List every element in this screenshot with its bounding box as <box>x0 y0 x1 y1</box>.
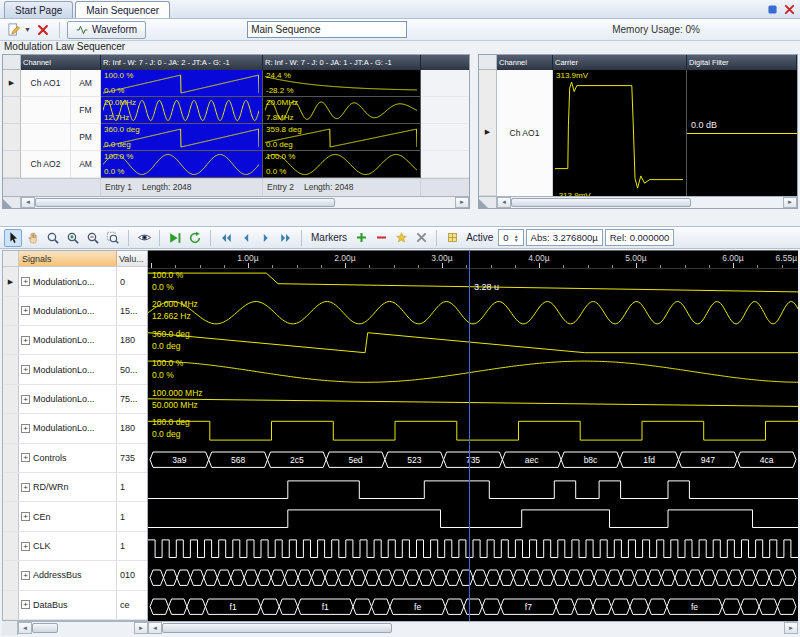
seek-next-icon[interactable] <box>257 229 275 247</box>
signal-name-cell[interactable]: +ModulationLo... <box>19 326 117 354</box>
entry-cell[interactable]: 100.0 %0.0 % <box>101 70 263 97</box>
channel-cell[interactable]: Ch AO2 <box>21 151 71 178</box>
time-ruler[interactable]: 1.00µ2.00µ3.00µ4.00µ5.00µ6.00µ6.55µ <box>148 251 798 269</box>
waveform-display[interactable]: 1.00µ2.00µ3.00µ4.00µ5.00µ6.00µ6.55µ 100.… <box>148 250 798 621</box>
entry-cell[interactable]: 20.0MHz7.8MHz <box>263 97 421 124</box>
scrollbar-track[interactable] <box>335 197 455 208</box>
channel-cell[interactable] <box>21 124 71 151</box>
signal-row[interactable]: ▶+ModulationLo...0 <box>3 267 147 296</box>
scroll-left-icon[interactable]: ◄ <box>21 197 35 208</box>
zoom-fit-icon[interactable] <box>104 229 122 247</box>
signal-name-cell[interactable]: +AddressBus <box>19 561 117 589</box>
modulation-type-cell[interactable]: AM <box>71 70 101 97</box>
scroll-left-icon[interactable]: ◄ <box>18 622 32 634</box>
entry-cell[interactable]: 20.0MHz12.7Hz <box>101 97 263 124</box>
expand-icon[interactable]: + <box>21 542 30 551</box>
entry-cell[interactable]: 360.0 deg0.0 deg <box>101 124 263 151</box>
scrollbar-track[interactable] <box>392 622 784 634</box>
scrollbar-track[interactable] <box>58 622 134 634</box>
expand-icon[interactable]: + <box>21 277 30 286</box>
modulation-type-cell[interactable]: AM <box>71 151 101 178</box>
expand-icon[interactable]: + <box>21 365 30 374</box>
edit-sequence-icon[interactable] <box>5 21 23 39</box>
modulation-type-cell[interactable]: PM <box>71 124 101 151</box>
expand-icon[interactable]: + <box>21 453 30 462</box>
scroll-left-icon[interactable]: ◄ <box>148 622 162 634</box>
signal-name-cell[interactable]: +ModulationLo... <box>19 414 117 442</box>
expand-icon[interactable]: + <box>21 424 30 433</box>
signal-row[interactable]: +CEn1 <box>3 502 147 531</box>
remove-marker-icon[interactable] <box>372 229 390 247</box>
zoom-icon[interactable] <box>44 229 62 247</box>
wave-row[interactable]: 360.0 deg0.0 deg <box>148 328 798 357</box>
signal-name-cell[interactable]: +ModulationLo... <box>19 297 117 325</box>
zoom-out-icon[interactable] <box>84 229 102 247</box>
seek-prev-icon[interactable] <box>237 229 255 247</box>
channel-cell[interactable]: Ch AO1 <box>21 70 71 97</box>
wave-row[interactable]: 100.0 %0.0 % <box>148 357 798 386</box>
absolute-time-field[interactable]: Abs: 3.276800µ <box>526 229 603 246</box>
time-cursor[interactable] <box>469 251 470 621</box>
waveform-button[interactable]: Waveform <box>67 21 146 39</box>
wave-row[interactable] <box>148 563 798 592</box>
entry-cell[interactable]: 100.0 %0.0 % <box>263 151 421 178</box>
wave-row[interactable]: 100.0 %0.0 % <box>148 269 798 298</box>
pointer-tool-icon[interactable] <box>4 229 22 247</box>
wave-row[interactable]: 180.0 deg0.0 deg <box>148 416 798 445</box>
expand-icon[interactable]: + <box>21 600 30 609</box>
signal-name-cell[interactable]: +ModulationLo... <box>19 355 117 383</box>
carrier-column-header[interactable]: Carrier <box>553 55 687 70</box>
entry1-column-header[interactable]: R: Inf - W: 7 - J: 0 - JA: 2 - JT:A - G:… <box>101 55 263 70</box>
channel-cell[interactable] <box>21 97 71 124</box>
scroll-left-icon[interactable]: ◄ <box>497 197 511 208</box>
carrier-channel-cell[interactable]: Ch AO1 <box>497 70 553 196</box>
scrollbar-thumb[interactable] <box>511 198 691 207</box>
resize-corner[interactable] <box>3 197 21 208</box>
refresh-icon[interactable] <box>186 229 204 247</box>
resize-corner[interactable] <box>479 197 497 208</box>
visibility-eye-icon[interactable] <box>135 229 153 247</box>
signal-row[interactable]: +ModulationLo...180 <box>3 414 147 443</box>
scrollbar-thumb[interactable] <box>162 623 392 633</box>
run-to-cursor-icon[interactable] <box>166 229 184 247</box>
expand-icon[interactable]: + <box>21 306 30 315</box>
signal-row[interactable]: +DataBusce <box>3 591 147 620</box>
signal-name-cell[interactable]: +DataBus <box>19 591 117 619</box>
signal-name-cell[interactable]: +RD/WRn <box>19 473 117 501</box>
clear-markers-icon[interactable] <box>412 229 430 247</box>
sequence-name-input[interactable] <box>247 21 407 38</box>
signal-name-cell[interactable]: +CLK <box>19 532 117 560</box>
expand-icon[interactable]: + <box>21 395 30 404</box>
entry2-column-header[interactable]: R: Inf - W: 7 - J: 0 - JA: 1 - JT:A - G:… <box>263 55 421 70</box>
add-marker-icon[interactable] <box>352 229 370 247</box>
entry-cell[interactable]: 359.8 deg0.0 deg <box>263 124 421 151</box>
seek-last-icon[interactable] <box>277 229 295 247</box>
signal-row[interactable]: +RD/WRn1 <box>3 473 147 502</box>
zoom-in-icon[interactable] <box>64 229 82 247</box>
carrier-channel-column-header[interactable]: Channel <box>497 55 553 70</box>
wave-row[interactable]: f1f1fef7fe <box>148 592 798 621</box>
signal-row[interactable]: +ModulationLo...180 <box>3 326 147 355</box>
entry-cell[interactable]: 24.4 %-28.2 % <box>263 70 421 97</box>
expand-icon[interactable]: + <box>21 336 30 345</box>
edit-dropdown-caret-icon[interactable]: ▼ <box>24 26 31 33</box>
scroll-right-icon[interactable]: ► <box>784 622 798 634</box>
marker-star-icon[interactable] <box>392 229 410 247</box>
scroll-right-icon[interactable]: ► <box>455 197 469 208</box>
snap-grid-icon[interactable] <box>443 229 461 247</box>
signals-hscrollbar[interactable]: ◄ ► <box>18 621 148 634</box>
signal-row[interactable]: +AddressBus010 <box>3 561 147 590</box>
waveform-hscrollbar[interactable]: ◄ ► <box>148 621 798 634</box>
signal-row[interactable]: +Controls735 <box>3 444 147 473</box>
wave-row[interactable]: 3a95682c55ed523735aecb8c1fd9474ca <box>148 445 798 474</box>
tab-main-sequencer[interactable]: Main Sequencer <box>75 1 170 18</box>
digital-filter-cell[interactable]: 0.0 dB <box>687 70 797 196</box>
delete-icon[interactable] <box>34 21 52 39</box>
active-marker-field[interactable]: 0 ▲▼ <box>498 229 523 246</box>
entry-cell[interactable]: 100.0 %0.0 % <box>101 151 263 178</box>
signal-row[interactable]: +CLK1 <box>3 532 147 561</box>
wave-row[interactable] <box>148 504 798 533</box>
relative-time-field[interactable]: Rel: 0.000000 <box>605 229 675 246</box>
digital-filter-column-header[interactable]: Digital Filter <box>687 55 797 70</box>
expand-icon[interactable]: + <box>21 512 30 521</box>
